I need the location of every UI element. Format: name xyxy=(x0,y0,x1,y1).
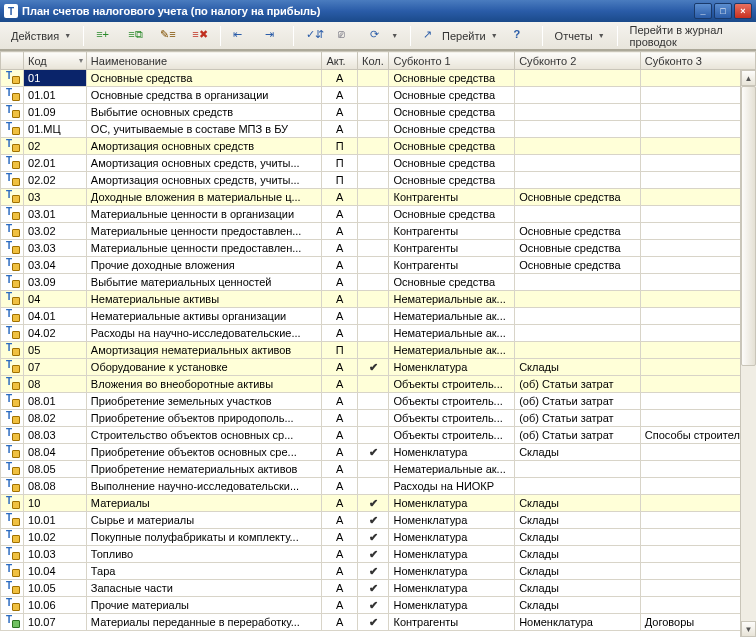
kol-cell: ✔ xyxy=(358,359,389,376)
reports-button[interactable]: Отчеты ▼ xyxy=(548,25,612,47)
minimize-button[interactable]: _ xyxy=(694,3,712,19)
table-row[interactable]: 01.09Выбытие основных средствАОсновные с… xyxy=(1,104,756,121)
code-cell: 08.01 xyxy=(24,393,87,410)
name-cell: Нематериальные активы xyxy=(86,291,322,308)
edit-icon: ✎≡ xyxy=(160,28,176,44)
vertical-scrollbar[interactable]: ▲ ▼ xyxy=(740,70,756,637)
journal-button[interactable]: Перейти в журнал проводок xyxy=(623,25,752,47)
refresh-icon: ⟳ xyxy=(370,28,386,44)
sub3-cell xyxy=(640,291,755,308)
account-icon xyxy=(5,513,19,525)
add-copy-button[interactable]: ≡⧉ xyxy=(121,25,151,47)
code-cell: 04.02 xyxy=(24,325,87,342)
table-row[interactable]: 08.08Выполнение научно-исследовательски.… xyxy=(1,478,756,495)
sub2-cell xyxy=(515,325,641,342)
account-icon xyxy=(5,615,19,627)
kol-cell xyxy=(358,121,389,138)
code-cell: 03.02 xyxy=(24,223,87,240)
table-row[interactable]: 03.03Материальные ценности предоставлен.… xyxy=(1,240,756,257)
table-row[interactable]: 10.07Материалы переданные в переработку.… xyxy=(1,614,756,631)
maximize-button[interactable]: □ xyxy=(714,3,732,19)
table-row[interactable]: 01Основные средстваАОсновные средства xyxy=(1,70,756,87)
table-row[interactable]: 02.01Амортизация основных средств, учиты… xyxy=(1,155,756,172)
table-row[interactable]: 03.01Материальные ценности в организации… xyxy=(1,206,756,223)
akt-cell: А xyxy=(322,512,358,529)
table-row[interactable]: 01.01Основные средства в организацииАОсн… xyxy=(1,87,756,104)
col-icon[interactable] xyxy=(1,52,24,70)
refresh-button[interactable]: ⟳▼ xyxy=(363,25,405,47)
table-row[interactable]: 08.03Строительство объектов основных ср.… xyxy=(1,427,756,444)
table-row[interactable]: 02Амортизация основных средствПОсновные … xyxy=(1,138,756,155)
code-cell: 01.МЦ xyxy=(24,121,87,138)
col-kol[interactable]: Кол. xyxy=(358,52,389,70)
table-row[interactable]: 10.01Сырье и материалыА✔НоменклатураСкла… xyxy=(1,512,756,529)
table-row[interactable]: 08.05Приобретение нематериальных активов… xyxy=(1,461,756,478)
table-row[interactable]: 08.01Приобретение земельных участковАОбъ… xyxy=(1,393,756,410)
sub3-cell xyxy=(640,444,755,461)
table-row[interactable]: 05Амортизация нематериальных активовПНем… xyxy=(1,342,756,359)
table-row[interactable]: 01.МЦОС, учитываемые в составе МПЗ в БУА… xyxy=(1,121,756,138)
name-cell: Сырье и материалы xyxy=(86,512,322,529)
kol-cell: ✔ xyxy=(358,444,389,461)
akt-cell: А xyxy=(322,325,358,342)
sub3-cell xyxy=(640,155,755,172)
col-sub1[interactable]: Субконто 1 xyxy=(389,52,515,70)
col-akt[interactable]: Акт. xyxy=(322,52,358,70)
table-row[interactable]: 03.02Материальные ценности предоставлен.… xyxy=(1,223,756,240)
filter-off-button[interactable]: ⎚ xyxy=(331,25,361,47)
akt-cell: А xyxy=(322,121,358,138)
move-first-button[interactable]: ⇤ xyxy=(226,25,256,47)
row-icon-cell xyxy=(1,308,24,325)
sub3-cell xyxy=(640,104,755,121)
table-row[interactable]: 10.04ТараА✔НоменклатураСклады xyxy=(1,563,756,580)
scroll-thumb[interactable] xyxy=(741,86,756,366)
add-icon: ≡+ xyxy=(96,28,112,44)
account-icon xyxy=(5,394,19,406)
sub1-cell: Основные средства xyxy=(389,87,515,104)
sub3-cell xyxy=(640,121,755,138)
close-button[interactable]: × xyxy=(734,3,752,19)
table-row[interactable]: 08Вложения во внеоборотные активыАОбъект… xyxy=(1,376,756,393)
table-row[interactable]: 10.06Прочие материалыА✔НоменклатураСклад… xyxy=(1,597,756,614)
goto-button[interactable]: ↗ Перейти ▼ xyxy=(416,25,505,47)
row-icon-cell xyxy=(1,512,24,529)
table-row[interactable]: 04Нематериальные активыАНематериальные а… xyxy=(1,291,756,308)
table-row[interactable]: 02.02Амортизация основных средств, учиты… xyxy=(1,172,756,189)
kol-cell xyxy=(358,342,389,359)
scroll-down-icon[interactable]: ▼ xyxy=(741,621,756,637)
table-row[interactable]: 04.01Нематериальные активы организацииАН… xyxy=(1,308,756,325)
add-button[interactable]: ≡+ xyxy=(89,25,119,47)
edit-button[interactable]: ✎≡ xyxy=(153,25,183,47)
table-row[interactable]: 10.05Запасные частиА✔НоменклатураСклады xyxy=(1,580,756,597)
table-row[interactable]: 08.04Приобретение объектов основных сре.… xyxy=(1,444,756,461)
row-icon-cell xyxy=(1,291,24,308)
account-icon xyxy=(5,343,19,355)
col-sub2[interactable]: Субконто 2 xyxy=(515,52,641,70)
table-row[interactable]: 07Оборудование к установкеА✔Номенклатура… xyxy=(1,359,756,376)
row-icon-cell xyxy=(1,393,24,410)
delete-button[interactable]: ≡✖ xyxy=(185,25,215,47)
check-icon: ✔ xyxy=(369,582,378,594)
table-row[interactable]: 03.09Выбытие материальных ценностейАОсно… xyxy=(1,274,756,291)
table-row[interactable]: 10.02Покупные полуфабрикаты и комплекту.… xyxy=(1,529,756,546)
sub3-cell xyxy=(640,189,755,206)
account-icon xyxy=(5,156,19,168)
actions-menu[interactable]: Действия ▼ xyxy=(4,25,78,47)
table-row[interactable]: 03.04Прочие доходные вложенияАКонтрагент… xyxy=(1,257,756,274)
scroll-up-icon[interactable]: ▲ xyxy=(741,70,756,86)
col-sub3[interactable]: Субконто 3 xyxy=(640,52,755,70)
move-last-button[interactable]: ⇥ xyxy=(258,25,288,47)
sub2-cell xyxy=(515,478,641,495)
col-name[interactable]: Наименование xyxy=(86,52,322,70)
table-row[interactable]: 10МатериалыА✔НоменклатураСклады xyxy=(1,495,756,512)
col-code[interactable]: Код▾ xyxy=(24,52,87,70)
help-button[interactable]: ? xyxy=(507,25,537,47)
table-row[interactable]: 08.02Приобретение объектов природополь..… xyxy=(1,410,756,427)
sub3-cell: Договоры xyxy=(640,614,755,631)
table-row[interactable]: 04.02Расходы на научно-исследовательские… xyxy=(1,325,756,342)
filter-button[interactable]: ✓⇵ xyxy=(299,25,329,47)
sub2-cell: (об) Статьи затрат xyxy=(515,427,641,444)
table-row[interactable]: 10.03ТопливоА✔НоменклатураСклады xyxy=(1,546,756,563)
row-icon-cell xyxy=(1,155,24,172)
table-row[interactable]: 03Доходные вложения в материальные ц...А… xyxy=(1,189,756,206)
